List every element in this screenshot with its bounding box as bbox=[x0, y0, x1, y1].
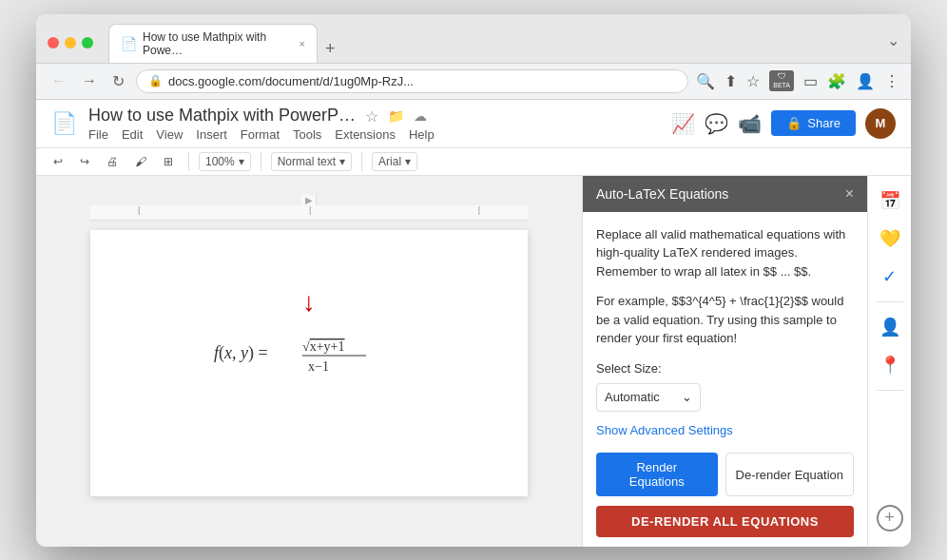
bookmark-icon[interactable]: ☆ bbox=[746, 72, 760, 90]
font-dropdown[interactable]: Arial ▾ bbox=[372, 152, 417, 171]
add-addon-button[interactable]: + bbox=[877, 505, 903, 531]
back-button[interactable]: ← bbox=[48, 70, 70, 91]
minimize-window-button[interactable] bbox=[65, 37, 76, 48]
panel-desc-2: For example, $$3^{4^5} + \frac{1}{2}$$ w… bbox=[596, 292, 854, 348]
paint-format-button[interactable]: 🖌 bbox=[129, 152, 152, 171]
lock-icon: 🔒 bbox=[148, 74, 163, 87]
tab-menu-button[interactable]: ⌄ bbox=[887, 31, 899, 55]
size-arrow-icon: ⌄ bbox=[682, 388, 692, 407]
browser-toolbar-icons: 🔍 ⬆ ☆ 🛡 BETA ▭ 🧩 👤 ⋮ bbox=[696, 70, 899, 90]
latex-panel: Auto-LaTeX Equations × Replace all valid… bbox=[582, 176, 867, 547]
chart-icon[interactable]: 📈 bbox=[671, 112, 695, 135]
docs-logo-icon: 📄 bbox=[51, 111, 77, 136]
docs-header: 📄 How to use Mathpix with PowerP… ☆ 📁 ☁ … bbox=[36, 100, 911, 148]
undo-button[interactable]: ↩ bbox=[48, 152, 68, 171]
meet-icon[interactable]: 📹 bbox=[738, 112, 762, 135]
main-content: ▶ | | | ↓ f(x, y) = bbox=[36, 176, 911, 547]
share-lock-icon: 🔒 bbox=[786, 116, 802, 130]
menu-file[interactable]: File bbox=[88, 127, 108, 142]
active-tab[interactable]: 📄 How to use Mathpix with Powe… × bbox=[108, 24, 318, 63]
size-label: Select Size: bbox=[596, 359, 854, 378]
refresh-button[interactable]: ↻ bbox=[108, 70, 128, 92]
address-field[interactable]: 🔒 docs.google.com/document/d/1ug0Mp-RzJ.… bbox=[136, 69, 688, 93]
forward-button[interactable]: → bbox=[78, 70, 101, 91]
derender-equation-button[interactable]: De-render Equation bbox=[725, 453, 854, 496]
print-button[interactable]: 🖨 bbox=[101, 152, 124, 171]
star-icon[interactable]: ☆ bbox=[365, 107, 378, 126]
address-bar: ← → ↻ 🔒 docs.google.com/document/d/1ug0M… bbox=[36, 64, 911, 100]
equation-area: ↓ f(x, y) = √x+y+1 x−1 bbox=[147, 268, 471, 382]
size-value: Automatic bbox=[605, 388, 660, 407]
render-buttons-row: Render Equations De-render Equation bbox=[596, 453, 854, 496]
menu-edit[interactable]: Edit bbox=[122, 127, 143, 142]
font-arrow-icon: ▾ bbox=[405, 155, 411, 168]
document-page[interactable]: ↓ f(x, y) = √x+y+1 x−1 bbox=[90, 230, 528, 496]
menu-tools[interactable]: Tools bbox=[293, 127, 321, 142]
style-dropdown[interactable]: Normal text ▾ bbox=[271, 152, 352, 171]
svg-text:√x+y+1: √x+y+1 bbox=[302, 339, 344, 354]
sidebar-calendar-icon[interactable]: 📅 bbox=[873, 183, 907, 218]
menu-view[interactable]: View bbox=[156, 127, 183, 142]
share-button[interactable]: 🔒 Share bbox=[771, 110, 856, 136]
tab-close-button[interactable]: × bbox=[300, 38, 305, 49]
search-icon[interactable]: 🔍 bbox=[696, 72, 715, 90]
panel-title: Auto-LaTeX Equations bbox=[596, 186, 728, 202]
beta-badge: 🛡 BETA bbox=[769, 70, 794, 90]
more-icon[interactable]: ⋮ bbox=[884, 72, 899, 90]
tab-title: How to use Mathpix with Powe… bbox=[143, 30, 290, 57]
address-text: docs.google.com/document/d/1ug0Mp-RzJ... bbox=[168, 74, 676, 88]
panel-header: Auto-LaTeX Equations × bbox=[583, 176, 867, 212]
sidebar-maps-icon[interactable]: 📍 bbox=[873, 348, 907, 382]
move-icon[interactable]: 📁 bbox=[388, 108, 404, 124]
svg-text:x−1: x−1 bbox=[308, 359, 329, 374]
new-tab-button[interactable]: + bbox=[318, 35, 343, 63]
size-dropdown[interactable]: Automatic ⌄ bbox=[596, 383, 701, 412]
ruler: | | | bbox=[90, 205, 528, 221]
maximize-window-button[interactable] bbox=[82, 37, 93, 48]
sidebar-contacts-icon[interactable]: 👤 bbox=[873, 310, 907, 344]
panel-body: Replace all valid mathematical equations… bbox=[583, 212, 867, 547]
share-icon[interactable]: ⬆ bbox=[725, 72, 737, 90]
right-sidebar: 📅 💛 ✓ 👤 📍 + bbox=[867, 176, 911, 547]
style-arrow-icon: ▾ bbox=[339, 155, 345, 168]
title-bar: 📄 How to use Mathpix with Powe… × + ⌄ bbox=[36, 14, 911, 64]
menu-help[interactable]: Help bbox=[409, 127, 435, 142]
down-arrow-icon: ↓ bbox=[302, 287, 316, 318]
cast-icon[interactable]: ▭ bbox=[803, 72, 818, 90]
panel-close-button[interactable]: × bbox=[845, 185, 854, 203]
right-sidebar-separator-2 bbox=[877, 390, 903, 391]
sidebar-handle[interactable]: ▶ bbox=[301, 195, 317, 205]
cloud-icon[interactable]: ☁ bbox=[414, 108, 427, 124]
svg-text:f(x, y) =: f(x, y) = bbox=[214, 343, 268, 363]
close-window-button[interactable] bbox=[48, 37, 59, 48]
zoom-value: 100% bbox=[205, 155, 235, 168]
screen-reader-button[interactable]: ⊞ bbox=[158, 152, 179, 171]
docs-menu: File Edit View Insert Format Tools Exten… bbox=[88, 127, 660, 142]
show-advanced-link[interactable]: Show Advanced Settings bbox=[596, 421, 854, 440]
user-avatar[interactable]: M bbox=[865, 108, 896, 139]
document-area[interactable]: ▶ | | | ↓ f(x, y) = bbox=[36, 176, 582, 547]
menu-extensions[interactable]: Extensions bbox=[335, 127, 396, 142]
render-equations-button[interactable]: Render Equations bbox=[596, 453, 718, 496]
sidebar-keep-icon[interactable]: 💛 bbox=[873, 222, 907, 256]
docs-tab-icon: 📄 bbox=[121, 36, 137, 51]
menu-format[interactable]: Format bbox=[241, 127, 280, 142]
tab-bar: 📄 How to use Mathpix with Powe… × + bbox=[108, 24, 879, 63]
sidebar-tasks-icon[interactable]: ✓ bbox=[873, 260, 907, 294]
math-formula: f(x, y) = √x+y+1 x−1 bbox=[214, 325, 404, 382]
redo-button[interactable]: ↪ bbox=[74, 152, 95, 171]
derender-all-button[interactable]: DE-RENDER ALL EQUATIONS bbox=[596, 506, 854, 537]
zoom-arrow-icon: ▾ bbox=[239, 155, 244, 168]
panel-desc-1: Replace all valid mathematical equations… bbox=[596, 225, 854, 281]
style-value: Normal text bbox=[278, 155, 336, 168]
menu-insert[interactable]: Insert bbox=[196, 127, 227, 142]
formatting-bar: ↩ ↪ 🖨 🖌 ⊞ 100% ▾ Normal text ▾ Arial ▾ bbox=[36, 148, 911, 176]
docs-header-icons: 📈 💬 📹 🔒 Share M bbox=[671, 108, 896, 139]
docs-title-section: How to use Mathpix with PowerP… ☆ 📁 ☁ Fi… bbox=[88, 106, 660, 142]
extensions-icon[interactable]: 🧩 bbox=[827, 72, 846, 90]
browser-window: 📄 How to use Mathpix with Powe… × + ⌄ ← … bbox=[36, 14, 911, 547]
zoom-dropdown[interactable]: 100% ▾ bbox=[199, 152, 251, 171]
comment-icon[interactable]: 💬 bbox=[705, 112, 728, 135]
traffic-lights bbox=[48, 37, 93, 48]
profile-icon[interactable]: 👤 bbox=[856, 72, 875, 90]
